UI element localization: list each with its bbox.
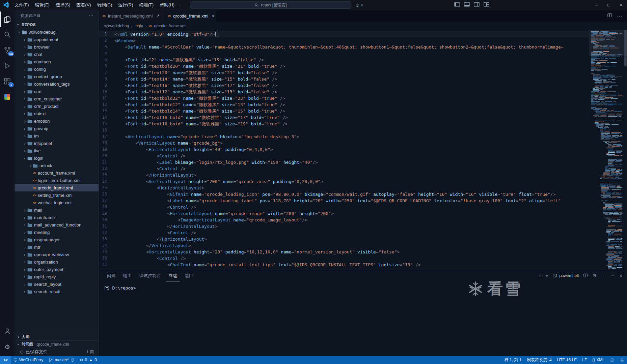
- code-line-9[interactable]: 9 <Font id="text16" name="微软雅黑" size="17…: [99, 82, 589, 89]
- code-line-8[interactable]: 8 <Font id="text14" name="微软雅黑" size="15…: [99, 76, 589, 82]
- scrollbar-thumb[interactable]: [624, 30, 627, 66]
- feedback-icon[interactable]: [607, 356, 617, 364]
- code-line-10[interactable]: 10 <Font id="text12" name="微软雅黑" size="1…: [99, 89, 589, 95]
- remote-indicator[interactable]: ><: [0, 356, 11, 364]
- code-line-26[interactable]: 26 <GifAnim name="qrocde_loading_icon" p…: [99, 191, 589, 198]
- back-icon[interactable]: ←: [165, 2, 170, 8]
- menu-item-5[interactable]: 运行(R): [115, 0, 136, 10]
- code-line-24[interactable]: 24 <VerticalLayout height="200" name="qr…: [99, 178, 589, 185]
- tree-folder-contact_group[interactable]: ›contact_group: [15, 73, 99, 80]
- code-line-22[interactable]: 22 <Control />: [99, 165, 589, 172]
- panel-tab-调试控制台[interactable]: 调试控制台: [137, 270, 164, 281]
- section-timeline[interactable]: › 时间线 qrcode_frame.xml: [15, 340, 99, 348]
- terminal-instance-powershell[interactable]: powershell: [552, 273, 578, 278]
- code-line-15[interactable]: 15 <Font id="text18_bold" name="微软雅黑" si…: [99, 121, 589, 127]
- bell-icon[interactable]: [617, 356, 627, 364]
- code-line-12[interactable]: 12 <Font id="textbold12" name="微软雅黑" siz…: [99, 101, 589, 108]
- new-terminal-icon[interactable]: +: [539, 273, 541, 278]
- code-line-5[interactable]: 5 <Font id="2" name="微软雅黑" size="15" bol…: [99, 57, 589, 63]
- tab-instant-messaging-xml[interactable]: <> instant_messaging.xml: [99, 10, 164, 22]
- tree-folder-organization[interactable]: ›organization: [15, 258, 99, 266]
- panel-tab-端口[interactable]: 端口: [182, 270, 196, 281]
- breadcrumb-folder[interactable]: login: [135, 24, 143, 28]
- code-line-11[interactable]: 11 <Font id="textbold32" name="微软雅黑" siz…: [99, 95, 589, 101]
- activity-source-control[interactable]: 54: [0, 42, 15, 58]
- panel-tab-问题[interactable]: 问题: [104, 270, 118, 281]
- code-line-16[interactable]: 16: [99, 127, 589, 133]
- tree-folder-openapi_webview[interactable]: ›openapi_webview: [15, 251, 99, 258]
- code-line-30[interactable]: 30 <ImageVerticalLayout name="qrcode_ima…: [99, 217, 589, 223]
- maximize-panel-icon[interactable]: [610, 273, 615, 279]
- code-line-20[interactable]: 20 <Control />: [99, 153, 589, 159]
- code-line-14[interactable]: 14 <Font id="text16_bold" name="微软雅黑" si…: [99, 114, 589, 121]
- tree-file-login_item_button.xml[interactable]: ›<>login_item_button.xml: [15, 177, 99, 184]
- tree-folder-crm[interactable]: ›crm: [15, 88, 99, 95]
- close-tab-icon[interactable]: ×: [212, 13, 214, 19]
- tree-folder-common[interactable]: ›common: [15, 58, 99, 65]
- minimize-button[interactable]: ─: [591, 0, 603, 10]
- code-line-21[interactable]: 21 <Label bkimage="login/rtx_logo.png" w…: [99, 159, 589, 165]
- tree-folder-chat[interactable]: ›chat: [15, 51, 99, 58]
- tree-folder-mainframe[interactable]: ›mainframe: [15, 214, 99, 221]
- tree-folder-rapid_reply[interactable]: ›rapid_reply: [15, 273, 99, 280]
- tree-folder-search_result[interactable]: ›search_result: [15, 288, 99, 295]
- code-line-33[interactable]: 33 </HorizontalLayout>: [99, 236, 589, 242]
- tree-folder-crm_product[interactable]: ›crm_product: [15, 102, 99, 110]
- activity-extensions[interactable]: 1: [0, 73, 15, 89]
- tree-folder-im[interactable]: ›im: [15, 132, 99, 140]
- code-line-34[interactable]: 34 </VerticalLayout>: [99, 242, 589, 249]
- toggle-secondary-sidebar-icon[interactable]: [474, 2, 480, 8]
- tree-folder-meeting[interactable]: ›meeting: [15, 229, 99, 236]
- close-button[interactable]: ×: [615, 0, 627, 10]
- status-cursor-position[interactable]: 行 1, 列 1: [502, 356, 524, 364]
- customize-layout-icon[interactable]: [484, 2, 489, 8]
- editor-more-icon[interactable]: ⋯: [617, 13, 622, 19]
- tree-folder-mall_advanced_function[interactable]: ›mall_advanced_function: [15, 221, 99, 229]
- tree-folder-browser[interactable]: ›browser: [15, 43, 99, 51]
- code-line-28[interactable]: 28 <Control />: [99, 204, 589, 210]
- menu-item-3[interactable]: 查看(V): [73, 0, 94, 10]
- code-line-27[interactable]: 27 <Label name="qrocde_loading_label" po…: [99, 198, 589, 204]
- code-line-31[interactable]: 31 </HorizontalLayout>: [99, 223, 589, 230]
- status-problems[interactable]: ⊘ 0 ▲ 0: [77, 356, 99, 364]
- activity-explorer[interactable]: [0, 11, 15, 27]
- tree-file-setting_frame.xml[interactable]: ›<>setting_frame.xml: [15, 191, 99, 199]
- status-branch[interactable]: master*: [46, 356, 77, 364]
- tree-folder-search_layout[interactable]: ›search_layout: [15, 280, 99, 288]
- code-line-32[interactable]: 32 <Control />: [99, 230, 589, 236]
- settings-gear-icon[interactable]: ⚙: [0, 339, 15, 355]
- menu-item-4[interactable]: 转到(G): [94, 0, 115, 10]
- tree-file-qrcode_frame.xml[interactable]: ›<>qrcode_frame.xml: [15, 184, 99, 191]
- toggle-sidebar-icon[interactable]: [454, 2, 460, 8]
- activity-custom-extension[interactable]: [0, 89, 15, 104]
- restore-button[interactable]: □: [603, 0, 615, 10]
- terminal-dropdown-icon[interactable]: ∨: [546, 274, 548, 278]
- code-line-17[interactable]: 17 <VerticalLayout name="qrcode_frame" b…: [99, 133, 589, 140]
- code-line-23[interactable]: 23 </HorizontalLayout>: [99, 172, 589, 178]
- tree-folder-crm_customer[interactable]: ›crm_customer: [15, 95, 99, 102]
- tree-file-account_frame.xml[interactable]: ›<>account_frame.xml: [15, 169, 99, 177]
- code-line-2[interactable]: 2<Window>: [99, 37, 589, 44]
- tree-file-wechat_login.xml[interactable]: ›<>wechat_login.xml: [15, 199, 99, 206]
- code-editor[interactable]: 1<?xml version="1.0" encoding="utf-8"?>2…: [99, 30, 589, 270]
- activity-search[interactable]: [0, 27, 15, 42]
- tree-folder-conversation_tags[interactable]: ›conversation_tags: [15, 80, 99, 88]
- panel-more-icon[interactable]: ⋯: [601, 273, 606, 278]
- menu-item-0[interactable]: 文件(F): [11, 0, 32, 10]
- code-line-29[interactable]: 29 <HorizontalLayout name="qrcode_image"…: [99, 210, 589, 217]
- status-wechatferry[interactable]: WeChatFerry: [11, 356, 46, 364]
- tree-folder-mtr[interactable]: ›mtr: [15, 243, 99, 251]
- pin-icon[interactable]: [156, 14, 160, 18]
- status-language[interactable]: () XML: [590, 356, 607, 364]
- code-line-7[interactable]: 7 <Font id="text20" name="微软雅黑" size="21…: [99, 69, 589, 76]
- tree-folder-wxworkdebug[interactable]: ›wxworkdebug: [15, 28, 99, 36]
- code-line-37[interactable]: 37 <ChatText name="qrcode_install_text_t…: [99, 262, 589, 268]
- code-line-36[interactable]: 36 <Control />: [99, 255, 589, 262]
- views-more-icon[interactable]: ⋯: [89, 13, 94, 18]
- account-icon[interactable]: [0, 324, 15, 339]
- breadcrumb-project[interactable]: wxworkdebug: [104, 24, 129, 28]
- timeline-item[interactable]: 已保存文件 1 周: [15, 348, 99, 356]
- status-eol[interactable]: LF: [579, 356, 590, 364]
- code-line-25[interactable]: 25 <HorizontalLayout>: [99, 185, 589, 191]
- tree-folder-config[interactable]: ›config: [15, 65, 99, 73]
